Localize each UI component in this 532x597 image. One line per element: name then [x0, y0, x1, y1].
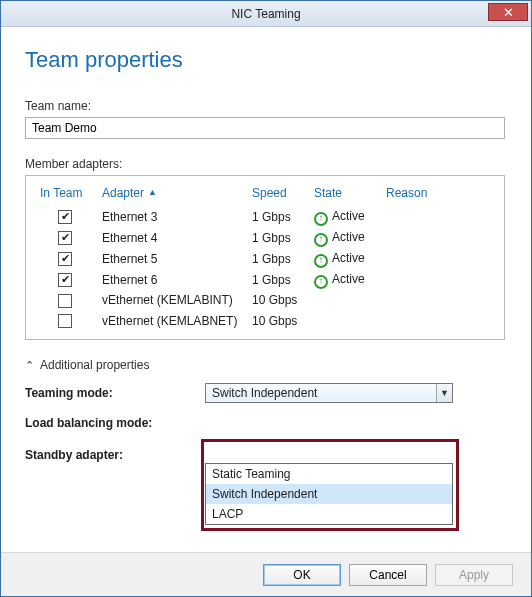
adapter-reason — [380, 311, 496, 332]
adapter-state: Active — [308, 248, 380, 269]
dropdown-icon[interactable]: ▼ — [436, 384, 452, 402]
dropdown-option[interactable]: Switch Independent — [206, 484, 452, 504]
additional-properties-label: Additional properties — [40, 358, 149, 372]
table-row[interactable]: ✔Ethernet 31 GbpsActive — [34, 206, 496, 227]
adapter-speed: 10 Gbps — [246, 290, 308, 311]
in-team-checkbox[interactable]: ✔ — [58, 252, 72, 266]
col-header-speed[interactable]: Speed — [246, 182, 308, 206]
adapter-state — [308, 290, 380, 311]
apply-button[interactable]: Apply — [435, 564, 513, 586]
teaming-mode-combobox[interactable]: Switch Independent ▼ — [205, 383, 453, 403]
adapter-name: Ethernet 6 — [96, 269, 246, 290]
standby-adapter-label: Standby adapter: — [25, 448, 205, 462]
active-icon — [314, 212, 328, 226]
teaming-mode-label: Teaming mode: — [25, 386, 205, 400]
close-icon: ✕ — [503, 6, 514, 19]
col-header-reason[interactable]: Reason — [380, 182, 496, 206]
member-adapters-label: Member adapters: — [25, 157, 507, 171]
adapter-state — [308, 311, 380, 332]
adapter-reason — [380, 248, 496, 269]
additional-properties-toggle[interactable]: ⌃ Additional properties — [25, 358, 507, 372]
in-team-checkbox[interactable]: ✔ — [58, 231, 72, 245]
adapter-speed: 10 Gbps — [246, 311, 308, 332]
table-row[interactable]: ✔Ethernet 41 GbpsActive — [34, 227, 496, 248]
adapter-reason — [380, 269, 496, 290]
col-header-state[interactable]: State — [308, 182, 380, 206]
page-title: Team properties — [25, 47, 507, 73]
ok-button[interactable]: OK — [263, 564, 341, 586]
in-team-checkbox[interactable]: ✔ — [58, 314, 72, 328]
col-header-adapter[interactable]: Adapter▲ — [96, 182, 246, 206]
table-row[interactable]: ✔Ethernet 51 GbpsActive — [34, 248, 496, 269]
col-header-in-team[interactable]: In Team — [34, 182, 96, 206]
dialog-content: Team properties Team name: Member adapte… — [1, 27, 531, 468]
active-icon — [314, 254, 328, 268]
close-button[interactable]: ✕ — [488, 3, 528, 21]
adapter-name: vEthernet (KEMLABNET) — [96, 311, 246, 332]
table-row[interactable]: ✔vEthernet (KEMLABINT)10 Gbps — [34, 290, 496, 311]
adapter-state: Active — [308, 269, 380, 290]
adapter-reason — [380, 227, 496, 248]
table-row[interactable]: ✔Ethernet 61 GbpsActive — [34, 269, 496, 290]
active-icon — [314, 233, 328, 247]
load-balancing-label: Load balancing mode: — [25, 416, 205, 430]
title-bar: NIC Teaming ✕ — [1, 1, 531, 27]
teaming-mode-value: Switch Independent — [206, 386, 436, 400]
adapter-name: Ethernet 5 — [96, 248, 246, 269]
dropdown-option[interactable]: LACP — [206, 504, 452, 524]
sort-asc-icon: ▲ — [148, 187, 157, 197]
in-team-checkbox[interactable]: ✔ — [58, 273, 72, 287]
dropdown-option[interactable]: Static Teaming — [206, 464, 452, 484]
active-icon — [314, 275, 328, 289]
adapter-speed: 1 Gbps — [246, 269, 308, 290]
adapter-state: Active — [308, 206, 380, 227]
teaming-mode-dropdown-list[interactable]: Static TeamingSwitch IndependentLACP — [205, 463, 453, 525]
team-name-label: Team name: — [25, 99, 507, 113]
adapter-reason — [380, 290, 496, 311]
member-adapters-table: In Team Adapter▲ Speed State Reason ✔Eth… — [25, 175, 505, 340]
chevron-up-icon: ⌃ — [25, 359, 34, 372]
adapter-speed: 1 Gbps — [246, 248, 308, 269]
adapter-name: Ethernet 4 — [96, 227, 246, 248]
adapter-speed: 1 Gbps — [246, 206, 308, 227]
adapter-name: vEthernet (KEMLABINT) — [96, 290, 246, 311]
window-title: NIC Teaming — [231, 7, 300, 21]
cancel-button[interactable]: Cancel — [349, 564, 427, 586]
adapter-speed: 1 Gbps — [246, 227, 308, 248]
in-team-checkbox[interactable]: ✔ — [58, 210, 72, 224]
adapter-name: Ethernet 3 — [96, 206, 246, 227]
adapter-state: Active — [308, 227, 380, 248]
in-team-checkbox[interactable]: ✔ — [58, 294, 72, 308]
button-bar: OK Cancel Apply — [1, 552, 531, 596]
team-name-input[interactable] — [25, 117, 505, 139]
adapter-reason — [380, 206, 496, 227]
table-row[interactable]: ✔vEthernet (KEMLABNET)10 Gbps — [34, 311, 496, 332]
